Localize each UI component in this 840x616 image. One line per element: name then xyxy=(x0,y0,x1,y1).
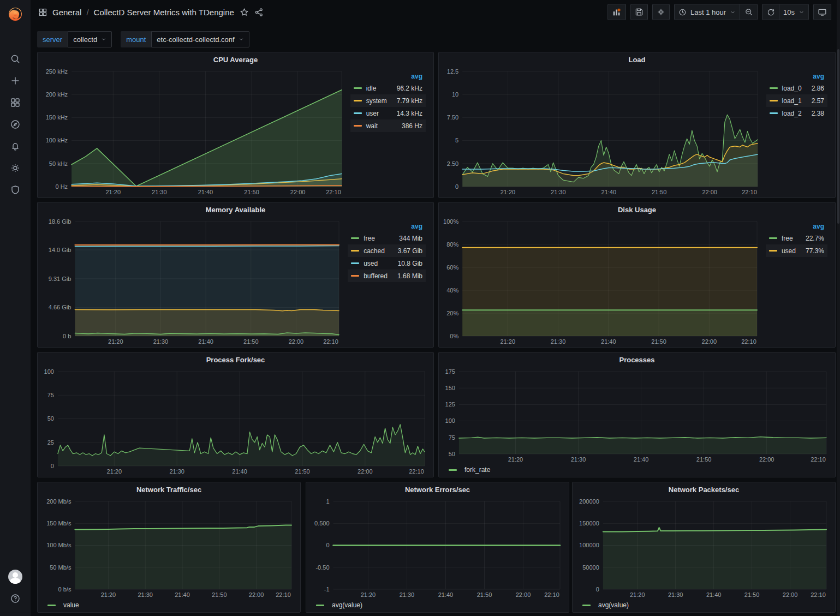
series-color-dash xyxy=(47,605,56,606)
legend-item-free[interactable]: free22.7% xyxy=(766,232,827,244)
svg-text:21:20: 21:20 xyxy=(630,591,645,598)
legend-item-wait[interactable]: wait386 Hz xyxy=(350,119,426,132)
add-panel-button[interactable] xyxy=(607,4,626,20)
svg-text:5: 5 xyxy=(455,137,458,143)
svg-text:75: 75 xyxy=(449,434,455,441)
legend-item-buffered[interactable]: buffered1.68 Mib xyxy=(348,270,426,282)
dashboard-settings-button[interactable] xyxy=(652,4,670,20)
svg-text:125: 125 xyxy=(445,401,455,408)
alerting-bell-icon[interactable] xyxy=(0,135,31,157)
legend-item-load_1[interactable]: load_12.57 xyxy=(766,94,827,107)
network-packets-chart[interactable]: 05000010000015000020000021:2021:3021:402… xyxy=(575,497,833,599)
series-color-dash xyxy=(354,100,362,101)
svg-text:100: 100 xyxy=(445,417,455,424)
panel-title[interactable]: CPU Average xyxy=(38,52,433,67)
dashboard-title[interactable]: CollectD Server Metrics with TDengine xyxy=(94,8,234,17)
variable-server: server collectd xyxy=(37,31,112,47)
panel-legend: avg(value) xyxy=(575,599,833,611)
variable-server-dropdown[interactable]: collectd xyxy=(68,31,112,47)
panel-title[interactable]: Process Fork/sec xyxy=(38,352,433,367)
server-admin-shield-icon[interactable] xyxy=(0,179,31,201)
network-errors-chart[interactable]: -1-0.5000.500121:2021:3021:4021:5022:002… xyxy=(308,497,567,599)
variable-mount-dropdown[interactable]: etc-collectd-collectd.conf xyxy=(151,31,249,47)
grafana-logo[interactable] xyxy=(0,0,31,28)
panel-title[interactable]: Network Packets/sec xyxy=(573,482,835,497)
panel-network-errors: Network Errors/sec -1-0.5000.500121:2021… xyxy=(306,482,569,613)
chevron-down-icon xyxy=(799,9,805,15)
legend-item-value[interactable]: value xyxy=(63,601,79,609)
sidebar xyxy=(0,0,31,616)
share-icon[interactable] xyxy=(254,8,264,17)
svg-text:22:00: 22:00 xyxy=(249,591,264,598)
series-color-dash xyxy=(351,262,359,264)
series-color-dash xyxy=(354,87,362,89)
refresh-button[interactable] xyxy=(762,4,779,20)
zoom-out-button[interactable] xyxy=(740,4,758,20)
disk-usage-chart[interactable]: 0%20%40%60%80%100%21:2021:3021:4021:5022… xyxy=(441,217,764,346)
star-icon[interactable] xyxy=(240,8,249,17)
legend-item-used[interactable]: used77.3% xyxy=(766,244,827,257)
svg-text:150 Mb/s: 150 Mb/s xyxy=(46,520,72,527)
save-dashboard-button[interactable] xyxy=(630,4,648,20)
breadcrumb-folder[interactable]: General xyxy=(52,8,81,17)
legend-item-free[interactable]: free344 Mib xyxy=(348,232,426,244)
load-chart[interactable]: 02.5057.501012.521:2021:3021:4021:5022:0… xyxy=(441,67,764,196)
legend-item-system[interactable]: system7.79 kHz xyxy=(350,94,426,107)
panel-process-fork: Process Fork/sec 025507510021:2021:3021:… xyxy=(37,352,434,477)
time-range-picker[interactable]: Last 1 hour xyxy=(674,4,740,20)
legend-item-used[interactable]: used10.8 Gib xyxy=(348,257,426,270)
dashboards-icon[interactable] xyxy=(0,92,31,113)
svg-text:21:50: 21:50 xyxy=(477,591,492,598)
legend-item-user[interactable]: user14.3 kHz xyxy=(350,107,426,119)
refresh-interval-dropdown[interactable]: 10s xyxy=(779,4,809,20)
svg-text:21:50: 21:50 xyxy=(651,338,666,345)
process-fork-chart[interactable]: 025507510021:2021:3021:4021:5022:0022:10 xyxy=(40,367,431,476)
network-traffic-chart[interactable]: 0 b/s50 Mb/s100 Mb/s150 Mb/s200 Mb/s21:2… xyxy=(40,497,298,599)
processes-chart[interactable]: 507510012515017521:2021:3021:4021:5022:0… xyxy=(441,367,833,464)
search-icon[interactable] xyxy=(0,48,31,70)
svg-text:0%: 0% xyxy=(450,333,458,339)
legend-item-load_0[interactable]: load_02.86 xyxy=(766,82,827,94)
legend-item-avg(value)[interactable]: avg(value) xyxy=(598,601,629,609)
legend-item-fork_rate[interactable]: fork_rate xyxy=(464,466,490,474)
svg-text:21:20: 21:20 xyxy=(107,468,122,475)
panel-network-traffic: Network Traffic/sec 0 b/s50 Mb/s100 Mb/s… xyxy=(37,482,301,613)
panel-legend: avg free22.7% used77.3% xyxy=(764,217,833,346)
panel-title[interactable]: Load xyxy=(439,52,835,67)
create-plus-icon[interactable] xyxy=(0,70,31,92)
svg-text:21:30: 21:30 xyxy=(169,468,184,475)
panel-title[interactable]: Processes xyxy=(439,352,835,367)
memory-available-chart[interactable]: 0 b4.66 Gib9.31 Gib14.0 Gib18.6 Gib21:20… xyxy=(40,217,345,346)
svg-text:0: 0 xyxy=(596,586,599,593)
configuration-gear-icon[interactable] xyxy=(0,157,31,179)
clock-icon xyxy=(678,8,687,16)
legend-item-avg(value)[interactable]: avg(value) xyxy=(332,601,362,609)
panel-title[interactable]: Network Traffic/sec xyxy=(38,482,300,497)
chevron-down-icon xyxy=(239,37,244,42)
legend-item-load_2[interactable]: load_22.38 xyxy=(766,107,827,119)
legend-item-idle[interactable]: idle96.2 kHz xyxy=(350,82,426,94)
svg-text:21:40: 21:40 xyxy=(601,338,616,345)
svg-text:21:20: 21:20 xyxy=(105,189,121,195)
svg-text:50: 50 xyxy=(449,451,455,457)
svg-text:50 Mb/s: 50 Mb/s xyxy=(50,564,72,571)
series-color-dash xyxy=(351,275,359,277)
template-variables: server collectd mount etc-collectd-colle… xyxy=(37,31,249,47)
panel-title[interactable]: Network Errors/sec xyxy=(306,482,569,497)
svg-text:22:10: 22:10 xyxy=(811,591,826,598)
svg-text:10: 10 xyxy=(452,91,458,98)
help-icon[interactable] xyxy=(0,588,31,609)
svg-text:100: 100 xyxy=(44,368,54,375)
panel-disk-usage: Disk Usage 0%20%40%60%80%100%21:2021:302… xyxy=(438,202,836,348)
panel-title[interactable]: Memory Available xyxy=(38,202,433,217)
cycle-view-mode-button[interactable] xyxy=(813,4,831,20)
svg-text:0 b/s: 0 b/s xyxy=(58,586,72,593)
explore-compass-icon[interactable] xyxy=(0,113,31,135)
panel-legend: avg load_02.86 load_12.57 load_22.38 xyxy=(764,67,833,196)
panel-legend: value xyxy=(40,599,298,611)
cpu-average-chart[interactable]: 0 Hz50 kHz100 kHz150 kHz200 kHz250 kHz21… xyxy=(40,67,348,196)
panel-title[interactable]: Disk Usage xyxy=(439,202,835,217)
legend-item-cached[interactable]: cached3.67 Gib xyxy=(348,244,426,257)
page-scrollbar[interactable] xyxy=(837,0,840,616)
user-avatar[interactable] xyxy=(0,566,31,588)
